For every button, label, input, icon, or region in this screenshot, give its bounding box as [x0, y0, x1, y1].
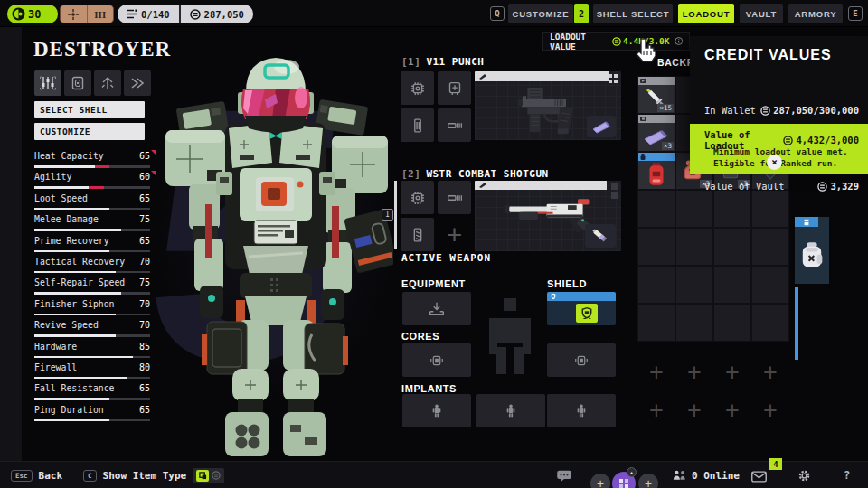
- backpack-item-magazine[interactable]: ×3: [638, 115, 675, 151]
- weapon2-header: [475, 181, 607, 190]
- backpack-cell[interactable]: [752, 305, 788, 341]
- backpack-equip-slot[interactable]: [795, 217, 829, 284]
- backpack-cell[interactable]: [752, 229, 788, 265]
- weapon1-ammo-slot[interactable]: [587, 116, 616, 137]
- backpack-cell[interactable]: [638, 191, 675, 227]
- player-level: 30: [28, 8, 41, 21]
- backpack-item-syringe[interactable]: ×15: [638, 77, 675, 113]
- stat-hardware[interactable]: Hardware85: [34, 342, 150, 362]
- stat-ping-duration[interactable]: Ping Duration65: [34, 405, 150, 426]
- credits-icon: [190, 9, 201, 20]
- core-slot-2[interactable]: [547, 343, 616, 377]
- backpack-cell[interactable]: [714, 267, 750, 303]
- stat-firewall[interactable]: Firewall80: [34, 362, 150, 383]
- stat-agility[interactable]: Agility60: [34, 172, 150, 192]
- stats-view-button[interactable]: [34, 70, 61, 96]
- backpack-cell[interactable]: [676, 267, 712, 303]
- backpack-cell[interactable]: [752, 191, 788, 227]
- backpack-cell[interactable]: [638, 267, 675, 303]
- chat-icon[interactable]: [556, 470, 572, 483]
- shield-slot[interactable]: [547, 292, 616, 325]
- stat-finisher-siphon[interactable]: Finisher Siphon70: [34, 299, 150, 320]
- chip-icon: [408, 79, 428, 99]
- locked-slot: +: [638, 354, 675, 390]
- backpack-cell[interactable]: [638, 305, 675, 341]
- weapon2-mod-chip-slot[interactable]: [401, 181, 434, 214]
- weapon1-mod-chip-slot[interactable]: [401, 71, 434, 105]
- weapon2-mod-shells-slot[interactable]: [401, 218, 434, 251]
- wallet-counter[interactable]: 287,050: [179, 5, 253, 23]
- bullet-icon: [478, 73, 487, 80]
- gear-icon[interactable]: [797, 469, 811, 483]
- tab-shell-select[interactable]: SHELL SELECT: [593, 4, 673, 23]
- backpack-cell[interactable]: [714, 305, 750, 341]
- stat-tactical-recovery[interactable]: Tactical Recovery70: [34, 257, 150, 277]
- weapon1-mod-sight-slot[interactable]: [438, 71, 471, 105]
- tab-loadout[interactable]: LOADOUT: [678, 4, 734, 23]
- equipped-shield-item[interactable]: [576, 304, 598, 323]
- backpack-cell[interactable]: [714, 191, 750, 227]
- backpack-cell[interactable]: [676, 305, 712, 341]
- back-control[interactable]: Esc Back: [11, 462, 62, 488]
- tab-customize[interactable]: CUSTOMIZE: [508, 4, 573, 23]
- grid-toggle-icon[interactable]: [609, 74, 618, 83]
- add-party-member-button-2[interactable]: +: [638, 474, 658, 488]
- stat-heat-capacity[interactable]: Heat Capacity65: [34, 151, 150, 172]
- mail-icon[interactable]: [751, 471, 767, 483]
- implant-slot-1[interactable]: [402, 394, 471, 427]
- rank-tier-pill[interactable]: III: [60, 5, 114, 23]
- shell-view-button[interactable]: [64, 70, 91, 96]
- shield-icon: [550, 293, 557, 300]
- weapon2-mod-empty-slot[interactable]: +: [438, 218, 471, 251]
- tab-vault[interactable]: VAULT: [740, 4, 783, 23]
- backpack-cell[interactable]: [638, 229, 675, 265]
- implant-slot-2[interactable]: [476, 394, 545, 427]
- online-status[interactable]: 0 Online: [673, 462, 740, 488]
- player-avatar[interactable]: ✦: [612, 472, 636, 488]
- backpack-scrollbar[interactable]: [795, 287, 798, 360]
- stat-progress-bar: [34, 229, 150, 231]
- weapon2-mod-muzzle-slot[interactable]: [438, 181, 471, 214]
- backpack-item-med-device[interactable]: [638, 153, 675, 189]
- core-slot-1[interactable]: [402, 343, 471, 377]
- core-icon: [571, 352, 592, 370]
- weapon1-preview[interactable]: [475, 71, 621, 140]
- player-level-pill[interactable]: 30: [7, 5, 58, 23]
- stat-loot-speed[interactable]: Loot Speed65: [34, 193, 150, 214]
- stat-self-repair-speed[interactable]: Self-Repair Speed75: [34, 277, 150, 298]
- prev-tab-key[interactable]: Q: [490, 6, 505, 21]
- character-model[interactable]: [149, 36, 393, 456]
- unequip-close-button[interactable]: ×: [767, 155, 782, 170]
- quest-counter[interactable]: 0/140: [118, 5, 179, 23]
- skip-view-button[interactable]: [124, 70, 151, 96]
- info-icon[interactable]: [675, 36, 683, 46]
- implant-slot-3[interactable]: [547, 394, 616, 427]
- stat-melee-damage[interactable]: Melee Damage75: [34, 214, 150, 235]
- help-button[interactable]: ?: [844, 462, 850, 488]
- equipment-label: EQUIPMENT: [401, 278, 466, 289]
- backpack-cell[interactable]: [752, 267, 788, 303]
- next-tab-key[interactable]: E: [848, 6, 863, 21]
- upgrade-view-button[interactable]: [94, 70, 121, 96]
- equipment-slot[interactable]: [402, 292, 471, 325]
- backpack-cell[interactable]: [714, 229, 750, 265]
- stat-revive-speed[interactable]: Revive Speed70: [34, 320, 150, 341]
- weapon2-preview[interactable]: [475, 181, 621, 251]
- add-party-member-button-1[interactable]: +: [590, 474, 610, 488]
- credit-values-panel: CREDIT VALUES In Wallet 287,050/300,000 …: [690, 36, 868, 159]
- stat-prime-recovery[interactable]: Prime Recovery65: [34, 236, 150, 257]
- backpack-cell[interactable]: [676, 191, 712, 227]
- tab-armory[interactable]: ARMORY: [788, 4, 843, 23]
- weapon1-mod-muzzle-slot[interactable]: [438, 108, 471, 142]
- item-type-toggle[interactable]: [193, 468, 224, 483]
- show-item-type-control[interactable]: C Show Item Type: [83, 462, 224, 488]
- backpack-cell[interactable]: [676, 229, 712, 265]
- vault-row: Value of Vault 3,329: [690, 181, 868, 192]
- loadout-value-pill[interactable]: LOADOUT VALUE 4.4K/3.0K: [542, 32, 690, 51]
- select-shell-button[interactable]: SELECT SHELL: [34, 101, 145, 118]
- stat-fall-resistance[interactable]: Fall Resistance65: [34, 383, 150, 404]
- weapon2-ammo-slot[interactable]: [585, 224, 616, 248]
- customize-button[interactable]: CUSTOMIZE: [34, 123, 145, 140]
- loadout-value-label: LOADOUT VALUE: [550, 32, 608, 52]
- weapon1-mod-magazine-slot[interactable]: [401, 108, 434, 142]
